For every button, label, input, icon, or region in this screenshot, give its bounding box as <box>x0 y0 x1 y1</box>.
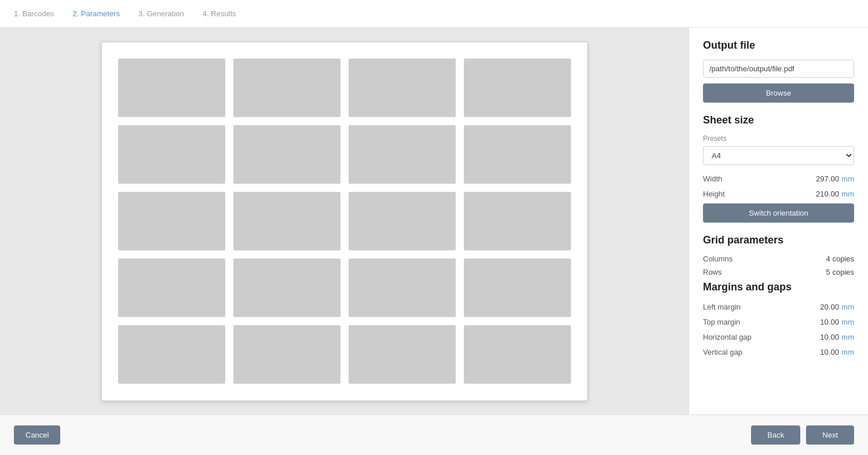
presets-label: Presets <box>703 134 854 143</box>
barcode-cell <box>464 59 571 117</box>
barcode-cell <box>349 325 456 384</box>
barcode-cell <box>233 192 340 250</box>
cancel-button[interactable]: Cancel <box>14 425 60 445</box>
height-label: Height <box>703 190 725 198</box>
rows-row: Rows 5 copies <box>703 268 854 276</box>
nav-step-parameters[interactable]: 2. Parameters <box>72 9 120 18</box>
top-margin-value: 10.00 mm <box>820 316 854 327</box>
main-content: Output file Browse Sheet size Presets A4… <box>0 28 868 414</box>
width-value: 297.00 mm <box>816 173 854 184</box>
rows-value: 5 copies <box>826 268 854 276</box>
left-margin-value: 20.00 mm <box>820 301 854 312</box>
barcode-cell <box>233 125 340 184</box>
nav-step-results[interactable]: 4. Results <box>203 9 236 18</box>
bottom-right-buttons: Back Next <box>751 425 854 445</box>
barcode-cell <box>118 59 225 117</box>
switch-orientation-button[interactable]: Switch orientation <box>703 203 854 223</box>
left-margin-label: Left margin <box>703 303 741 311</box>
nav-step-barcodes[interactable]: 1. Barcodes <box>14 9 54 18</box>
columns-label: Columns <box>703 254 733 263</box>
back-button[interactable]: Back <box>751 425 800 445</box>
height-value: 210.00 mm <box>816 188 854 199</box>
horizontal-gap-label: Horizontal gap <box>703 333 752 341</box>
barcode-cell <box>118 192 225 250</box>
horizontal-gap-row: Horizontal gap 10.00 mm <box>703 332 854 342</box>
barcode-cell <box>349 259 456 317</box>
rows-label: Rows <box>703 268 722 276</box>
barcode-cell <box>233 59 340 117</box>
grid-parameters-title: Grid parameters <box>703 234 854 246</box>
vertical-gap-label: Vertical gap <box>703 348 742 356</box>
barcode-cell <box>349 125 456 184</box>
barcode-cell <box>349 59 456 117</box>
columns-row: Columns 4 copies <box>703 254 854 263</box>
top-navigation: 1. Barcodes 2. Parameters 3. Generation … <box>0 0 868 28</box>
barcode-cell <box>118 325 225 384</box>
vertical-gap-row: Vertical gap 10.00 mm <box>703 347 854 357</box>
nav-step-generation[interactable]: 3. Generation <box>138 9 184 18</box>
width-label: Width <box>703 174 722 183</box>
barcode-cell <box>349 192 456 250</box>
margins-gaps-title: Margins and gaps <box>703 281 854 293</box>
barcode-cell <box>464 259 571 317</box>
barcode-cell <box>464 192 571 250</box>
columns-value: 4 copies <box>826 254 854 263</box>
right-panel: Output file Browse Sheet size Presets A4… <box>688 28 868 414</box>
barcode-cell <box>118 259 225 317</box>
barcode-cell <box>464 125 571 184</box>
top-margin-label: Top margin <box>703 318 740 326</box>
barcode-cell <box>464 325 571 384</box>
presets-select[interactable]: A4 A3 Letter Legal <box>703 146 854 165</box>
preview-area <box>0 28 688 414</box>
page-preview <box>101 42 588 401</box>
vertical-gap-value: 10.00 mm <box>820 347 854 357</box>
height-row: Height 210.00 mm <box>703 188 854 199</box>
barcode-cell <box>118 125 225 184</box>
next-button[interactable]: Next <box>806 425 854 445</box>
sheet-size-title: Sheet size <box>703 114 854 126</box>
output-file-input[interactable] <box>703 60 854 78</box>
left-margin-row: Left margin 20.00 mm <box>703 301 854 312</box>
horizontal-gap-value: 10.00 mm <box>820 332 854 342</box>
browse-button[interactable]: Browse <box>703 83 854 103</box>
barcode-cell <box>233 259 340 317</box>
bottom-bar: Cancel Back Next <box>0 414 868 455</box>
top-margin-row: Top margin 10.00 mm <box>703 316 854 327</box>
output-file-title: Output file <box>703 39 854 52</box>
width-row: Width 297.00 mm <box>703 173 854 184</box>
barcode-cell <box>233 325 340 384</box>
